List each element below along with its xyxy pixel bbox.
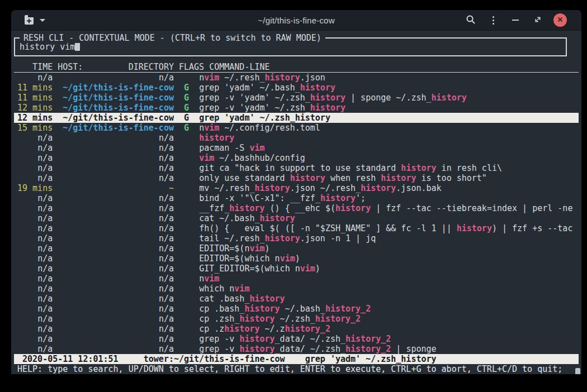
history-row[interactable]: n/a n/a which nvim [14,284,579,294]
history-row[interactable]: n/a n/a cp .zsh_history ~/.zsh_history_2 [14,314,579,324]
history-row[interactable]: n/a n/a cp .bash_history ~/.bash_history… [14,304,579,314]
text-cursor [75,42,80,51]
history-row[interactable]: n/a n/a only use standard history when r… [14,173,579,183]
minimize-icon [512,20,519,21]
history-row[interactable]: 12 mins ~/git/this-is-fine-cow G grep -v… [14,103,579,113]
search-input[interactable]: history vim [15,42,80,52]
search-query-text: history vim [20,42,75,52]
menu-button[interactable] [486,13,500,27]
search-box[interactable]: RESH CLI - CONTEXTUAL MODE - (CTRL+R to … [14,37,567,56]
new-tab-icon [23,15,35,26]
search-button[interactable] [464,13,477,27]
history-row[interactable]: n/a n/a pacman -S vim [14,143,579,153]
history-row[interactable]: 19 mins ~ mv ~/.resh_history.json ~/.res… [14,183,579,193]
terminal-content: RESH CLI - CONTEXTUAL MODE - (CTRL+R to … [11,37,581,374]
table-header: TIME HOST: DIRECTORY FLAGS COMMAND-LINE [14,62,579,73]
history-row[interactable]: 11 mins ~/git/this-is-fine-cow G grep 'y… [14,83,579,93]
history-table: TIME HOST: DIRECTORY FLAGS COMMAND-LINE … [14,62,579,374]
history-row[interactable]: n/a n/a history [14,133,579,143]
screenshot-root: { "window": { "title": "~/git/this-is-fi… [0,0,587,392]
minimize-button[interactable] [509,13,522,27]
history-rows: n/a n/a nvim ~/.resh_history.json11 mins… [14,73,579,354]
close-button[interactable] [553,13,567,27]
terminal-window: ~/git/this-is-fine-cow [11,10,581,374]
history-row[interactable]: 15 mins ~/git/this-is-fine-cow G nvim ~/… [14,123,579,133]
kebab-menu-icon [493,16,494,25]
help-line: HELP: type to search, UP/DOWN to select,… [14,364,579,374]
history-row[interactable]: n/a n/a git ca "hack in support to use s… [14,163,579,173]
history-row[interactable]: n/a n/a cat .bash_history [14,294,579,304]
history-row[interactable]: n/a n/a grep -v history_data/ ~/.zsh_his… [14,344,579,354]
history-row[interactable]: n/a n/a nvim ~/.resh_history.json [14,73,579,83]
history-row[interactable]: n/a n/a cp .zhistory ~/.zhistory_2 [14,324,579,334]
history-row[interactable]: n/a n/a tail ~/.resh_history.json -n 1 |… [14,233,579,243]
search-box-title: RESH CLI - CONTEXTUAL MODE - (CTRL+R to … [20,33,325,43]
restore-icon [534,16,542,25]
history-row[interactable]: 11 mins ~/git/this-is-fine-cow G grep -v… [14,93,579,103]
history-row[interactable]: n/a n/a bind -x '"\C-x1": __fzf_history'… [14,193,579,203]
history-row[interactable]: n/a n/a cat ~/.bash_history [14,213,579,223]
titlebar: ~/git/this-is-fine-cow [11,10,581,31]
history-row[interactable]: n/a n/a nvim [14,274,579,284]
history-row[interactable]: n/a n/a vim ~/.bashhub/config [14,153,579,163]
history-row-selected[interactable]: 12 mins ~/git/this-is-fine-cow G grep 'y… [14,113,579,123]
history-row[interactable]: n/a n/a EDITOR=$(which nvim) [14,254,579,264]
history-row[interactable]: n/a n/a __fzf_history () { __ehc $(histo… [14,203,579,213]
new-tab-button[interactable] [23,15,35,26]
close-icon [557,16,564,25]
status-bar: 2020-05-11 12:01:51 tower:~/git/this-is-… [14,354,579,364]
chevron-down-icon[interactable] [40,19,45,22]
history-row[interactable]: n/a n/a grep -v history_data/ ~/.zsh_his… [14,334,579,344]
scrollbar-thumb[interactable] [575,368,580,374]
history-row[interactable]: n/a n/a EDITOR=$(nvim) [14,243,579,254]
restore-button[interactable] [531,13,545,27]
history-row[interactable]: n/a n/a fh() { eval $( ([ -n "$ZSH_NAME"… [14,223,579,233]
history-row[interactable]: n/a n/a GIT_EDITOR=$(which nvim) [14,264,579,274]
search-icon [466,15,476,26]
